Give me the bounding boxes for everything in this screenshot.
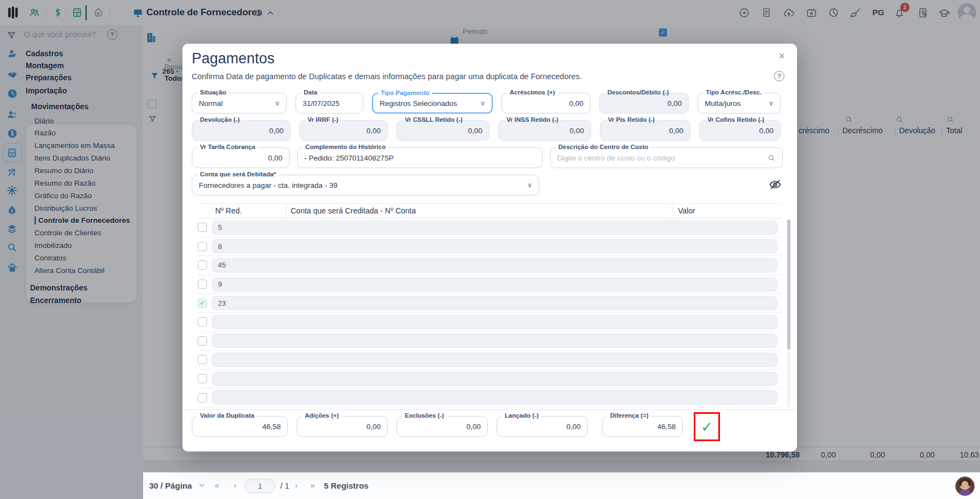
field-value: 0,00: [566, 423, 581, 431]
field-value: 0,00: [759, 127, 774, 135]
chevron-down-icon: ∨: [270, 99, 280, 107]
field-label: Vr Pis Retido (-): [605, 116, 658, 123]
nred-input[interactable]: [212, 277, 777, 292]
chevron-down-icon: ∨: [764, 99, 774, 107]
eye-off-icon[interactable]: [768, 178, 783, 191]
row-checkbox[interactable]: [198, 280, 207, 289]
row-checkbox[interactable]: [198, 336, 207, 346]
field-value: Multa/juros: [705, 99, 741, 108]
field-label: Data: [301, 89, 320, 96]
row-checkbox[interactable]: [198, 260, 207, 270]
table-scrollbar[interactable]: [787, 219, 790, 407]
field-value: 0,00: [467, 423, 481, 431]
vr-tarifa-field[interactable]: Vr Tarifa Cobrança 0,00: [192, 147, 290, 168]
tipo-acresc-select[interactable]: Tipo Acrésc./Desc. Multa/juros ∨: [698, 93, 781, 114]
field-label: Vr INSS Retido (-): [504, 116, 561, 123]
field-label: Diferença (=): [607, 412, 651, 419]
field-label: Lançado (-): [502, 412, 541, 419]
credit-accounts-table: Nº Red. Conta que será Creditada - Nº Co…: [198, 203, 782, 408]
nred-input[interactable]: [212, 334, 777, 348]
valor-duplicata-field: Valor da Duplicata 46,58: [192, 416, 288, 437]
data-field[interactable]: Data 31/07/2025: [296, 93, 363, 114]
page-input[interactable]: [245, 479, 275, 493]
credit-row: [198, 256, 782, 275]
credit-row-selected: ✓: [198, 294, 782, 313]
field-value: 46,58: [657, 423, 676, 431]
field-value: 0,00: [268, 154, 282, 162]
field-label: Vr IRRF (-): [305, 116, 341, 123]
lancado-field: Lançado (-) 0,00: [497, 416, 588, 437]
field-value: 0,00: [367, 423, 381, 431]
prev-page-icon[interactable]: ‹: [234, 480, 237, 490]
credit-row-empty: [198, 313, 782, 332]
field-value: 0,00: [570, 127, 584, 135]
field-value: 31/07/2025: [303, 99, 340, 108]
modal-title: Pagamentos: [192, 50, 275, 67]
row-checkbox[interactable]: [198, 374, 207, 383]
adicoes-field: Adições (+) 0,00: [297, 416, 388, 437]
tipo-pagamento-select[interactable]: Tipo Pagamento Registros Selecionados ∨: [372, 93, 493, 114]
field-label: Descontos/Débito (-): [605, 89, 671, 96]
centro-custo-field[interactable]: Descrição do Centro de Custo Digite o ce…: [550, 147, 783, 168]
confirm-highlight-box: ✓: [694, 412, 720, 441]
pagamentos-modal: Pagamentos × Confirma Data de pagamento …: [182, 44, 797, 452]
field-label: Situação: [197, 89, 229, 96]
field-label: Descrição do Centro de Custo: [556, 144, 651, 150]
row-checkbox[interactable]: [198, 393, 207, 402]
chevron-down-icon: ∨: [476, 99, 485, 107]
col-header-conta: Conta que será Creditada - Nº Conta: [286, 204, 666, 218]
field-value: 0,00: [367, 127, 381, 135]
field-label: Valor da Duplicata: [197, 412, 257, 419]
situacao-select[interactable]: Situação Normal ∨: [192, 93, 287, 114]
table-rows: ✓: [198, 218, 782, 407]
field-value: Normal: [199, 99, 223, 108]
nred-input[interactable]: [212, 296, 777, 310]
confirm-payment-button[interactable]: ✓: [698, 419, 716, 435]
next-page-icon[interactable]: ›: [295, 480, 298, 490]
assistant-avatar[interactable]: [954, 476, 976, 497]
nred-input[interactable]: [212, 258, 777, 272]
row-checkbox[interactable]: [198, 355, 207, 364]
row-checkbox[interactable]: [198, 242, 207, 251]
first-page-icon[interactable]: «: [215, 480, 219, 490]
per-page-chevron-icon[interactable]: [198, 482, 205, 489]
row-checkbox[interactable]: [198, 223, 207, 232]
field-value: - Pedido: 2507011408275P: [304, 154, 393, 162]
app-root: Controle de Fornecedores PG 2: [0, 0, 980, 499]
nred-input[interactable]: [212, 239, 777, 253]
vr-irrf-field: Vr IRRF (-) 0,00: [299, 120, 388, 141]
field-label: Tipo Acrésc./Desc.: [703, 89, 764, 96]
per-page-label[interactable]: 30 / Página: [149, 481, 192, 490]
conta-debitada-select[interactable]: Conta que será Debitada* Fornecedores a …: [192, 175, 539, 195]
field-label: Complemento do Histórico: [303, 144, 388, 150]
credit-row-empty: [198, 370, 782, 389]
last-page-icon[interactable]: »: [310, 480, 315, 490]
close-icon[interactable]: ×: [778, 50, 785, 61]
acrescimos-field[interactable]: Acréscimos (+) 0,00: [501, 93, 591, 114]
field-label: Acréscimos (+): [507, 89, 558, 96]
scrollbar-thumb[interactable]: [787, 219, 790, 349]
avatar-shirt: [959, 490, 971, 497]
field-value: 0,00: [669, 127, 683, 135]
credit-row: [198, 237, 782, 257]
modal-help-icon[interactable]: ?: [774, 71, 784, 81]
credit-row-empty: [198, 351, 782, 370]
complemento-field[interactable]: Complemento do Histórico - Pedido: 25070…: [297, 147, 542, 168]
col-header-nred: Nº Red.: [212, 206, 281, 215]
row-checkbox[interactable]: ✓: [198, 299, 207, 308]
row-checkbox[interactable]: [198, 317, 207, 326]
nred-input[interactable]: [212, 353, 777, 367]
search-icon[interactable]: [768, 154, 776, 162]
vr-pis-field: Vr Pis Retido (-) 0,00: [600, 120, 690, 141]
credit-row-empty: [198, 388, 782, 407]
avatar-face: [961, 481, 969, 489]
vr-csll-field: Vr CSSLL Retido (-) 0,00: [397, 120, 489, 141]
col-header-valor: Valor: [672, 204, 763, 218]
nred-input[interactable]: [212, 390, 777, 405]
nred-input[interactable]: [212, 372, 777, 386]
field-label: Devolução (-): [197, 116, 243, 123]
field-value: 0,00: [468, 127, 482, 135]
nred-input[interactable]: [212, 221, 777, 235]
credit-row: [198, 218, 782, 237]
nred-input[interactable]: [212, 315, 777, 329]
